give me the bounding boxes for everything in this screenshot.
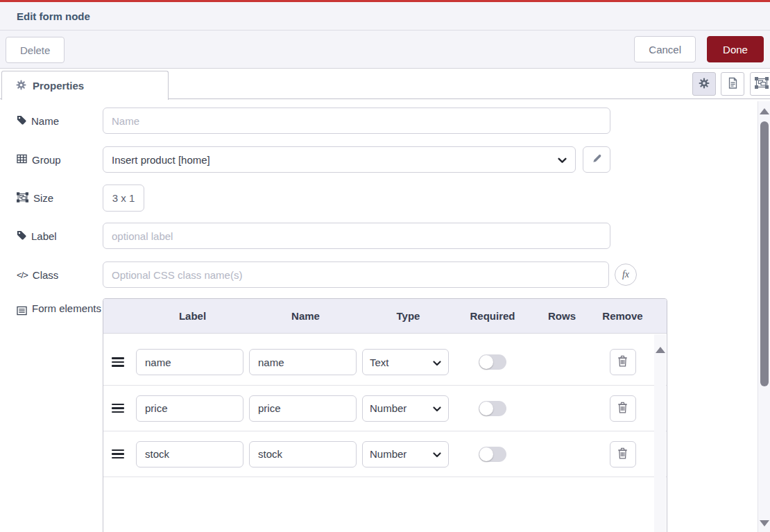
column-header-label: Label (136, 310, 249, 322)
code-icon: </> (17, 270, 28, 280)
size-field-label: Size (0, 192, 103, 205)
properties-panel: Name Group Insert product [home] (0, 101, 758, 532)
remove-row-button[interactable] (610, 395, 636, 422)
done-button[interactable]: Done (707, 36, 764, 62)
element-type-select[interactable]: Number (362, 395, 449, 422)
name-input[interactable] (103, 108, 610, 134)
gear-icon (699, 78, 710, 91)
scroll-up-arrow-icon[interactable] (760, 108, 769, 114)
description-tab-button[interactable] (721, 72, 744, 96)
pencil-icon (592, 153, 602, 166)
chevron-down-icon (433, 402, 441, 414)
remove-row-button[interactable] (610, 349, 636, 375)
form-elements-table: Label Name Type Required Rows Remove Tex… (103, 298, 667, 532)
chevron-down-icon (433, 357, 441, 368)
element-name-input[interactable] (249, 349, 357, 375)
trash-icon (617, 355, 628, 369)
group-select[interactable]: Insert product [home] (103, 146, 576, 173)
chevron-down-icon (433, 448, 441, 460)
tag-icon (17, 230, 26, 242)
dialog-toolbar: Delete Cancel Done (0, 31, 770, 69)
properties-tab-button[interactable] (692, 72, 716, 96)
column-header-remove: Remove (593, 310, 652, 322)
required-toggle[interactable] (479, 401, 506, 416)
required-toggle[interactable] (479, 447, 506, 462)
required-toggle[interactable] (479, 354, 506, 370)
drag-handle-icon[interactable] (112, 449, 124, 459)
chevron-down-icon (558, 154, 567, 166)
label-field-label: Label (0, 230, 103, 242)
element-type-select[interactable]: Text (362, 349, 449, 375)
tag-icon (17, 115, 26, 127)
class-input[interactable] (103, 261, 609, 288)
cancel-button[interactable]: Cancel (634, 36, 696, 62)
document-icon (727, 77, 738, 92)
appearance-tab-button[interactable] (750, 72, 770, 96)
tab-bar: Properties (0, 69, 770, 99)
element-label-input[interactable] (136, 395, 243, 422)
column-header-rows: Rows (531, 310, 593, 322)
scrollbar-thumb[interactable] (760, 121, 769, 386)
dialog-scrollbar[interactable] (758, 101, 770, 532)
form-element-row: Number (103, 431, 667, 477)
column-header-type: Type (362, 310, 454, 322)
expression-button[interactable]: fx (615, 264, 637, 286)
group-field-label: Group (0, 154, 103, 166)
remove-row-button[interactable] (610, 441, 636, 467)
trash-icon (617, 402, 628, 415)
element-name-input[interactable] (249, 395, 357, 422)
drag-handle-icon[interactable] (112, 357, 124, 367)
table-empty-area (103, 477, 667, 532)
form-element-row: Number (103, 385, 667, 431)
form-elements-field-label: Form elements (0, 300, 103, 320)
element-label-input[interactable] (136, 349, 243, 375)
element-type-select[interactable]: Number (362, 441, 449, 467)
form-elements-header: Label Name Type Required Rows Remove (103, 299, 667, 334)
appearance-icon (755, 77, 769, 91)
name-field-label: Name (0, 115, 103, 127)
object-group-icon (17, 192, 28, 205)
edit-group-button[interactable] (583, 146, 610, 173)
form-elements-body: Text Number (103, 334, 667, 532)
tab-properties[interactable]: Properties (1, 71, 169, 100)
tab-properties-label: Properties (33, 80, 84, 92)
trash-icon (617, 447, 628, 461)
gear-icon (16, 80, 26, 92)
table-icon (17, 154, 27, 166)
column-header-name: Name (249, 310, 362, 322)
table-scrollbar[interactable] (654, 334, 666, 532)
label-input[interactable] (103, 223, 610, 249)
delete-button[interactable]: Delete (6, 37, 65, 63)
column-header-required: Required (454, 310, 531, 322)
size-button[interactable]: 3 x 1 (103, 185, 144, 212)
list-icon (17, 300, 27, 320)
scroll-up-arrow-icon[interactable] (656, 347, 665, 353)
element-name-input[interactable] (249, 441, 357, 467)
dialog-title: Edit form node (17, 10, 90, 22)
element-label-input[interactable] (136, 441, 243, 467)
scroll-down-arrow-icon[interactable] (760, 520, 769, 526)
class-field-label: </> Class (0, 269, 103, 281)
fx-icon: fx (622, 269, 629, 280)
dialog-header: Edit form node (0, 2, 770, 31)
form-element-row: Text (103, 339, 667, 385)
drag-handle-icon[interactable] (112, 404, 124, 413)
